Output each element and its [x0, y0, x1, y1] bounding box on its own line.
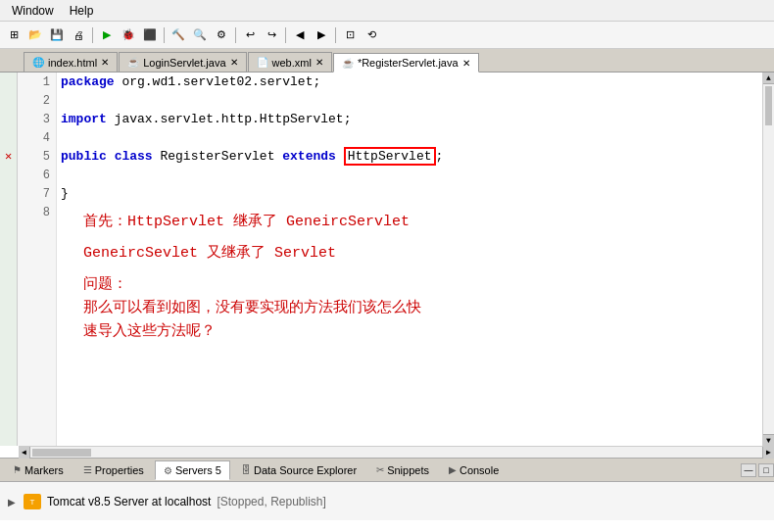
toolbar-btn-run[interactable]: ▶ [97, 25, 117, 45]
markers-icon: ⚑ [13, 464, 22, 475]
toolbar-btn-prev[interactable]: ◀ [290, 25, 310, 45]
toolbar-btn-print[interactable]: 🖨 [69, 25, 88, 45]
line-num-4: 4 [18, 128, 56, 147]
menu-bar: Window Help [0, 0, 774, 22]
toolbar-btn-open[interactable]: 📂 [25, 25, 45, 45]
panel-controls: — □ [741, 463, 774, 477]
toolbar-btn-next[interactable]: ▶ [312, 25, 331, 45]
code-line-1: package org.wd1.servlet02.servlet; [61, 73, 758, 91]
editor-area: ✕ 1 2 3 4 5 6 7 8 package org.wd1.servle… [0, 73, 774, 446]
datasource-icon: 🗄 [241, 464, 251, 475]
toolbar-btn-git[interactable]: ⚙ [212, 25, 231, 45]
toolbar-btn-perspective[interactable]: ⊡ [340, 25, 360, 45]
btab-datasource[interactable]: 🗄 Data Source Explorer [232, 460, 365, 480]
xml-icon: 📄 [257, 57, 268, 68]
code-line-5: public class RegisterServlet extends Htt… [61, 147, 758, 166]
bottom-tab-bar: ⚑ Markers ☰ Properties ⚙ Servers 5 🗄 Dat… [0, 459, 774, 482]
toolbar-btn-stop[interactable]: ⬛ [140, 25, 160, 45]
code-line-7: } [61, 184, 758, 203]
btab-console[interactable]: ▶ Console [440, 460, 508, 480]
editor-code[interactable]: package org.wd1.servlet02.servlet; impor… [57, 73, 762, 446]
btab-label-markers: Markers [24, 464, 64, 476]
btab-snippets[interactable]: ✂ Snippets [367, 460, 438, 480]
servers-icon: ⚙ [164, 465, 172, 476]
scroll-up-btn[interactable]: ▲ [763, 73, 774, 84]
tomcat-icon: T [24, 494, 41, 509]
java-icon-register: ☕ [342, 58, 354, 69]
btab-label-properties: Properties [95, 464, 144, 476]
tab-close-index[interactable]: ✕ [101, 57, 109, 68]
tab-close-webxml[interactable]: ✕ [315, 57, 323, 68]
toolbar-btn-undo[interactable]: ↩ [240, 25, 260, 45]
line-num-1: 1 [18, 73, 56, 91]
tab-index-html[interactable]: 🌐 index.html ✕ [24, 52, 118, 72]
toolbar-btn-new[interactable]: ⊞ [4, 25, 24, 45]
expand-arrow[interactable]: ▶ [8, 497, 16, 508]
scroll-right-btn[interactable]: ▶ [762, 447, 774, 459]
tab-label-index: index.html [48, 57, 97, 69]
line-num-5: 5 [18, 147, 56, 166]
line-num-2: 2 [18, 91, 56, 110]
tab-bar: 🌐 index.html ✕ ☕ LoginServlet.java ✕ 📄 w… [0, 49, 774, 73]
toolbar-btn-save[interactable]: 💾 [47, 25, 67, 45]
scroll-thumb[interactable] [765, 86, 772, 125]
code-line-4 [61, 128, 758, 147]
marker-2 [0, 91, 17, 110]
btab-label-servers: Servers 5 [175, 464, 221, 476]
comment-line-2: GeneircSevlet 又继承了 Servlet [69, 242, 750, 266]
html-icon: 🌐 [32, 57, 44, 68]
btab-label-snippets: Snippets [387, 464, 429, 476]
toolbar: ⊞ 📂 💾 🖨 ▶ 🐞 ⬛ 🔨 🔍 ⚙ ↩ ↪ ◀ ▶ ⊡ ⟲ [0, 22, 774, 49]
btab-label-datasource: Data Source Explorer [254, 464, 357, 476]
toolbar-btn-build[interactable]: 🔨 [169, 25, 188, 45]
marker-6 [0, 166, 17, 184]
toolbar-btn-redo[interactable]: ↪ [262, 25, 281, 45]
menu-window[interactable]: Window [4, 2, 62, 20]
comment-block: 首先：HttpServlet 继承了 GeneircServlet Geneir… [61, 207, 758, 348]
btab-properties[interactable]: ☰ Properties [74, 460, 153, 480]
toolbar-btn-search[interactable]: 🔍 [190, 25, 210, 45]
comment-line-5: 速导入这些方法呢？ [69, 320, 750, 344]
tab-web-xml[interactable]: 📄 web.xml ✕ [248, 52, 332, 72]
bottom-panel: ⚑ Markers ☰ Properties ⚙ Servers 5 🗄 Dat… [0, 458, 774, 520]
tab-close-register[interactable]: ✕ [462, 58, 470, 69]
httpservlet-highlight: HttpServlet [344, 147, 436, 166]
marker-5: ✕ [0, 147, 17, 166]
tab-label-webxml: web.xml [272, 57, 312, 69]
line-number-gutter: 1 2 3 4 5 6 7 8 [18, 73, 57, 446]
server-name: Tomcat v8.5 Server at localhost [47, 495, 211, 508]
toolbar-btn-sync[interactable]: ⟲ [362, 25, 381, 45]
java-icon-login: ☕ [127, 57, 139, 68]
maximize-panel-btn[interactable]: □ [758, 463, 774, 477]
tab-label-register: *RegisterServlet.java [358, 57, 459, 69]
server-status: [Stopped, Republish] [217, 495, 325, 508]
code-line-3: import javax.servlet.http.HttpServlet; [61, 110, 758, 128]
scroll-left-btn[interactable]: ◀ [19, 447, 30, 459]
btab-markers[interactable]: ⚑ Markers [4, 460, 73, 480]
tab-label-login: LoginServlet.java [143, 57, 225, 69]
servers-content: ▶ T Tomcat v8.5 Server at localhost [Sto… [0, 482, 774, 521]
separator-5 [335, 27, 336, 43]
menu-help[interactable]: Help [62, 2, 102, 20]
vertical-scrollbar[interactable]: ▲ ▼ [762, 73, 774, 446]
scroll-h-thumb[interactable] [32, 449, 91, 457]
toolbar-btn-debug[interactable]: 🐞 [119, 25, 138, 45]
marker-1 [0, 73, 17, 91]
server-item[interactable]: T Tomcat v8.5 Server at localhost [Stopp… [24, 494, 326, 509]
scroll-down-btn[interactable]: ▼ [763, 434, 774, 446]
scroll-h-track [30, 448, 762, 458]
line-num-7: 7 [18, 184, 56, 203]
marker-7 [0, 184, 17, 203]
snippets-icon: ✂ [376, 464, 384, 475]
horizontal-scrollbar[interactable]: ◀ ▶ [19, 446, 774, 458]
tab-login-servlet[interactable]: ☕ LoginServlet.java ✕ [119, 52, 246, 72]
comment-line-3: 问题： [69, 273, 750, 297]
properties-icon: ☰ [83, 464, 92, 475]
btab-servers[interactable]: ⚙ Servers 5 [155, 460, 230, 480]
tab-register-servlet[interactable]: ☕ *RegisterServlet.java ✕ [333, 53, 479, 73]
tab-close-login[interactable]: ✕ [230, 57, 238, 68]
separator-2 [164, 27, 165, 43]
separator-4 [285, 27, 286, 43]
minimize-panel-btn[interactable]: — [741, 463, 756, 477]
code-line-2 [61, 91, 758, 110]
